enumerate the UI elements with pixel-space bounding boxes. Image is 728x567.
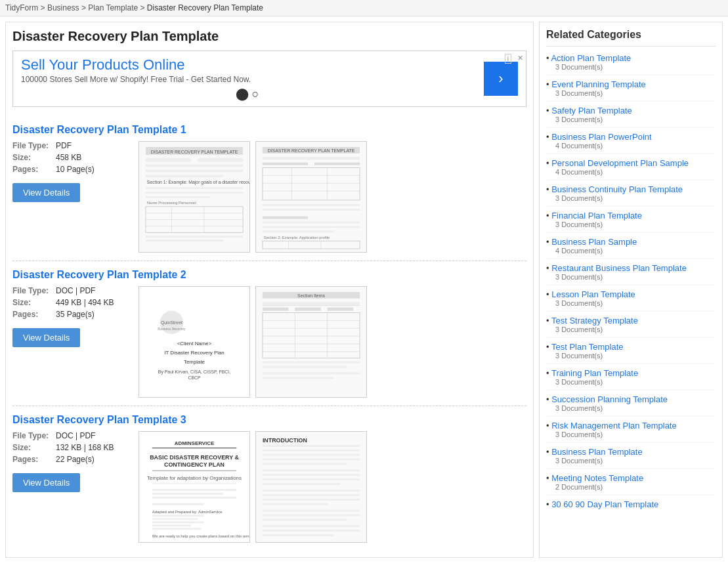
breadcrumb-current: Disaster Recovery Plan Template: [147, 3, 263, 12]
svg-rect-26: [314, 163, 360, 165]
template-meta-2: File Type: DOC | PDF Size: 449 KB | 494 …: [12, 286, 131, 347]
meta-pages-2: Pages: 35 Page(s): [12, 310, 131, 319]
sidebar-count-12: 3 Document(s): [555, 378, 716, 386]
svg-rect-36: [263, 222, 360, 224]
svg-rect-37: [263, 226, 360, 228]
sidebar-count-4: 4 Document(s): [555, 168, 716, 176]
sidebar-link-6[interactable]: Financial Plan Template: [546, 211, 716, 220]
svg-text:QuinStreet: QuinStreet: [161, 320, 182, 326]
svg-rect-20: [146, 240, 224, 242]
sidebar-item-6: Financial Plan Template 3 Document(s): [546, 211, 716, 233]
sidebar-link-16[interactable]: Meeting Notes Template: [546, 473, 716, 483]
svg-rect-10: [146, 192, 243, 194]
svg-rect-5: [146, 165, 243, 167]
sidebar-link-11[interactable]: Test Plan Template: [546, 342, 716, 352]
svg-rect-97: [263, 463, 347, 465]
sidebar-link-12[interactable]: Training Plan Template: [546, 368, 716, 378]
sidebar-item-7: Business Plan Sample 4 Document(s): [546, 237, 716, 259]
sidebar-item-17: 30 60 90 Day Plan Template: [546, 499, 716, 513]
ad-info-label[interactable]: i: [505, 54, 511, 64]
sidebar-count-6: 3 Document(s): [555, 220, 716, 228]
meta-pages-value-2: 35 Page(s): [56, 310, 95, 319]
sidebar-link-1[interactable]: Event Planning Template: [546, 79, 716, 89]
content-area: Disaster Recovery Plan Template i ✕ Sell…: [5, 22, 534, 558]
sidebar-link-3[interactable]: Business Plan PowerPoint: [546, 132, 716, 142]
view-details-button-1[interactable]: View Details: [12, 183, 80, 202]
page-title: Disaster Recovery Plan Template: [12, 29, 526, 44]
template-entry-3: Disaster Recovery Plan Template 3 File T…: [12, 406, 526, 551]
ad-close-icon[interactable]: ✕: [517, 54, 523, 62]
svg-rect-34: [263, 209, 360, 211]
view-details-button-2[interactable]: View Details: [12, 328, 80, 347]
svg-rect-103: [263, 494, 360, 496]
meta-pages-label-1: Pages:: [12, 165, 52, 174]
sidebar-link-5[interactable]: Business Continuity Plan Template: [546, 184, 716, 194]
svg-rect-111: [263, 534, 334, 536]
svg-rect-59: [328, 308, 354, 311]
sidebar-link-14[interactable]: Risk Management Plan Template: [546, 421, 716, 430]
sidebar-count-3: 4 Document(s): [555, 142, 716, 150]
template-title-2[interactable]: Disaster Recovery Plan Template 2: [12, 269, 526, 281]
svg-rect-81: [152, 493, 224, 495]
svg-text:DISASTER RECOVERY PLAN TEMPLAT: DISASTER RECOVERY PLAN TEMPLATE: [151, 150, 238, 154]
ad-arrow-button[interactable]: ›: [484, 62, 518, 96]
svg-text:INTRODUCTION: INTRODUCTION: [263, 437, 307, 444]
svg-rect-101: [263, 483, 341, 485]
svg-rect-110: [263, 530, 360, 532]
svg-rect-35: [263, 217, 308, 219]
svg-rect-19: [146, 236, 243, 238]
svg-rect-94: [263, 450, 360, 452]
meta-filetype-value-3: DOC | PDF: [56, 431, 95, 440]
svg-text:ADMINSERVICE: ADMINSERVICE: [175, 440, 214, 446]
svg-text:Template for adaptation by Org: Template for adaptation by Organizations: [147, 475, 242, 481]
sidebar-count-1: 3 Document(s): [555, 89, 716, 97]
svg-rect-69: [263, 366, 347, 368]
sidebar-count-15: 3 Document(s): [555, 457, 716, 465]
preview-thumb-2a: QuinStreet Business Recovery <Client Nam…: [139, 286, 250, 398]
sidebar-item-10: Test Strategy Template 3 Document(s): [546, 316, 716, 338]
meta-pages-value-1: 10 Page(s): [56, 165, 95, 174]
svg-rect-105: [263, 503, 328, 505]
sidebar-link-0[interactable]: Action Plan Template: [546, 53, 716, 63]
sidebar-link-9[interactable]: Lesson Plan Template: [546, 289, 716, 299]
main-wrapper: Disaster Recovery Plan Template i ✕ Sell…: [0, 16, 728, 563]
svg-rect-6: [146, 169, 243, 172]
sidebar-link-4[interactable]: Personal Development Plan Sample: [546, 158, 716, 168]
sidebar-count-14: 3 Document(s): [555, 430, 716, 438]
svg-rect-38: [263, 230, 334, 232]
svg-rect-55: [263, 302, 360, 306]
sidebar-link-15[interactable]: Business Plan Template: [546, 447, 716, 457]
svg-rect-89: [152, 528, 201, 530]
svg-rect-104: [263, 499, 360, 501]
template-title-3[interactable]: Disaster Recovery Plan Template 3: [12, 414, 526, 426]
sidebar-link-8[interactable]: Restaurant Business Plan Template: [546, 263, 716, 273]
breadcrumb-business[interactable]: Business: [47, 3, 79, 12]
preview-thumb-2b: Section Items: [255, 286, 367, 398]
template-meta-1: File Type: PDF Size: 458 KB Pages: 10 Pa…: [12, 141, 131, 202]
sidebar-link-10[interactable]: Test Strategy Template: [546, 316, 716, 326]
meta-pages-1: Pages: 10 Page(s): [12, 165, 131, 174]
sidebar-link-13[interactable]: Succession Planning Template: [546, 394, 716, 404]
template-body-2: File Type: DOC | PDF Size: 449 KB | 494 …: [12, 286, 526, 398]
svg-rect-109: [263, 525, 360, 527]
meta-size-2: Size: 449 KB | 494 KB: [12, 298, 131, 307]
sidebar-item-1: Event Planning Template 3 Document(s): [546, 79, 716, 102]
sidebar-link-17[interactable]: 30 60 90 Day Plan Template: [546, 499, 716, 509]
breadcrumb-plan-template[interactable]: Plan Template: [88, 3, 138, 12]
meta-pages-3: Pages: 22 Page(s): [12, 455, 131, 464]
template-title-1[interactable]: Disaster Recovery Plan Template 1: [12, 124, 526, 136]
svg-text:Adapted and Prepared by: Admin: Adapted and Prepared by: AdminService: [152, 510, 223, 514]
meta-filetype-label-3: File Type:: [12, 431, 52, 440]
meta-filetype-1: File Type: PDF: [12, 141, 131, 150]
breadcrumb-tidyform[interactable]: TidyForm: [5, 3, 38, 12]
svg-rect-86: [152, 518, 198, 520]
view-details-button-3[interactable]: View Details: [12, 473, 80, 492]
sidebar-link-2[interactable]: Safety Plan Template: [546, 106, 716, 116]
ad-text-area: Sell Your Products Online 100000 Stores …: [21, 56, 473, 101]
svg-rect-57: [263, 308, 289, 311]
sidebar-link-7[interactable]: Business Plan Sample: [546, 237, 716, 247]
sidebar-item-13: Succession Planning Template 3 Document(…: [546, 394, 716, 417]
svg-rect-25: [263, 163, 308, 165]
meta-size-3: Size: 132 KB | 168 KB: [12, 443, 131, 452]
svg-text:Section 2: Example: Applicatio: Section 2: Example: Application profile: [264, 236, 330, 240]
